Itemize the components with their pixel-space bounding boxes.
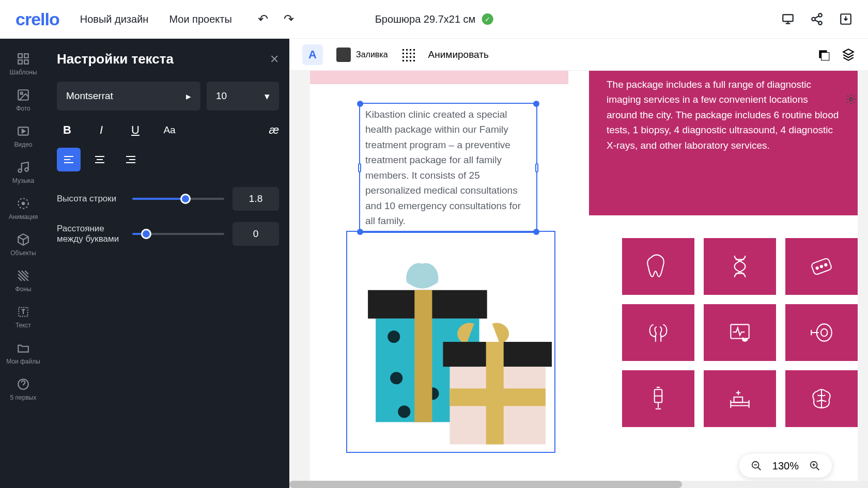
redo-button[interactable]: ↷ xyxy=(284,12,294,26)
my-projects-link[interactable]: Мои проекты xyxy=(169,13,231,25)
icon-tiles-grid xyxy=(622,238,858,427)
present-icon[interactable] xyxy=(781,12,795,26)
underline-button[interactable]: U xyxy=(125,120,146,140)
svg-point-13 xyxy=(25,168,28,171)
page-settings-icon[interactable] xyxy=(845,93,857,105)
pink-bar-shape[interactable] xyxy=(310,71,568,84)
case-button[interactable]: Aa xyxy=(159,120,180,140)
svg-point-38 xyxy=(821,329,827,337)
header-actions xyxy=(781,12,853,26)
font-size-value: 10 xyxy=(216,90,227,102)
align-center-button[interactable] xyxy=(88,148,112,171)
align-left-button[interactable] xyxy=(57,148,81,171)
text-style-button[interactable]: A xyxy=(302,44,323,65)
selection-handle-tr[interactable] xyxy=(533,101,539,107)
pills-icon xyxy=(808,253,835,280)
rail-text[interactable]: Текст xyxy=(0,299,47,335)
share-icon[interactable] xyxy=(810,12,824,26)
download-icon[interactable] xyxy=(839,12,853,26)
rail-objects[interactable]: Объекты xyxy=(0,227,47,263)
slider-thumb[interactable] xyxy=(141,229,151,239)
icon-tile-iv[interactable] xyxy=(622,370,694,427)
gift-image-box[interactable] xyxy=(346,231,555,453)
undo-button[interactable]: ↶ xyxy=(258,12,268,26)
transparency-button[interactable] xyxy=(401,48,415,61)
canvas-area[interactable]: The package includes a full range of dia… xyxy=(289,71,868,488)
ligature-button[interactable]: æ xyxy=(269,123,279,137)
design-page[interactable]: The package includes a full range of dia… xyxy=(310,71,858,488)
svg-rect-5 xyxy=(18,54,22,58)
doc-title[interactable]: Брошюра 29.7x21 см xyxy=(375,13,476,25)
letter-spacing-label: Расстояние между буквами xyxy=(57,224,124,244)
selection-handle-tl[interactable] xyxy=(357,101,363,107)
music-icon xyxy=(17,161,30,174)
svg-point-24 xyxy=(390,372,402,384)
fill-button[interactable]: Заливка xyxy=(336,48,388,62)
close-panel-button[interactable]: ✕ xyxy=(270,53,279,66)
new-design-link[interactable]: Новый дизайн xyxy=(80,13,149,25)
rail-top5[interactable]: 5 первых xyxy=(0,371,47,407)
font-family-select[interactable]: Montserrat ▸ xyxy=(57,82,200,111)
magenta-text-box[interactable]: The package includes a full range of dia… xyxy=(589,71,858,215)
icon-tile-hospital[interactable] xyxy=(704,370,776,427)
rail-backgrounds[interactable]: Фоны xyxy=(0,263,47,299)
selection-handle-l[interactable] xyxy=(358,163,361,172)
rail-music[interactable]: Музыка xyxy=(0,154,47,191)
rail-animation[interactable]: Анимация xyxy=(0,191,47,227)
font-size-select[interactable]: 10 ▾ xyxy=(207,82,279,111)
selected-text-box[interactable]: Kibastion clinic created a special healt… xyxy=(359,103,537,233)
letter-spacing-value[interactable]: 0 xyxy=(233,222,279,246)
slider-thumb[interactable] xyxy=(180,194,191,204)
rail-my-files[interactable]: Мои файлы xyxy=(0,335,47,371)
logo[interactable]: crello xyxy=(16,9,59,29)
scrollbar-thumb[interactable] xyxy=(289,481,682,488)
rail-label: Фоны xyxy=(15,286,31,293)
video-icon xyxy=(17,124,30,138)
svg-rect-8 xyxy=(24,60,28,64)
chevron-down-icon: ▾ xyxy=(265,90,270,102)
line-height-value[interactable]: 1.8 xyxy=(233,187,279,211)
dna-icon xyxy=(726,253,753,280)
mri-icon xyxy=(808,319,835,346)
icon-tile-monitor[interactable] xyxy=(704,304,776,361)
icon-tile-brain[interactable] xyxy=(785,370,858,427)
svg-point-10 xyxy=(21,92,23,95)
line-height-slider[interactable] xyxy=(132,198,224,200)
icon-tile-pills[interactable] xyxy=(785,238,858,295)
position-icon[interactable] xyxy=(817,48,830,61)
selection-handle-r[interactable] xyxy=(535,163,538,172)
icon-tile-tooth[interactable] xyxy=(622,238,694,295)
svg-rect-31 xyxy=(486,342,504,444)
horizontal-scrollbar[interactable] xyxy=(289,481,868,488)
animate-button[interactable]: Анимировать xyxy=(428,49,489,60)
icon-tile-dna[interactable] xyxy=(704,238,776,295)
letter-spacing-slider[interactable] xyxy=(132,233,224,235)
undo-redo-group: ↶ ↷ xyxy=(258,12,294,26)
icon-tile-kidneys[interactable] xyxy=(622,304,694,361)
tooth-icon xyxy=(645,253,672,280)
chevron-right-icon: ▸ xyxy=(186,90,191,102)
panel-title: Настройки текста xyxy=(57,51,174,67)
tool-rail: Шаблоны Фото Видео Музыка Анимация Объек… xyxy=(0,39,47,488)
icon-tile-mri[interactable] xyxy=(785,304,858,361)
rail-label: 5 первых xyxy=(10,394,37,401)
italic-button[interactable]: I xyxy=(91,120,112,140)
rail-photo[interactable]: Фото xyxy=(0,82,47,118)
svg-point-3 xyxy=(818,21,822,25)
align-right-button[interactable] xyxy=(119,148,143,171)
brain-icon xyxy=(808,385,835,412)
heart-monitor-icon xyxy=(726,319,753,346)
hospital-bed-icon xyxy=(726,385,753,412)
zoom-out-button[interactable] xyxy=(750,459,763,473)
rail-templates[interactable]: Шаблоны xyxy=(0,46,47,82)
fill-swatch xyxy=(336,48,351,62)
svg-point-1 xyxy=(818,13,822,17)
zoom-in-button[interactable] xyxy=(808,459,822,473)
bold-button[interactable]: B xyxy=(57,120,78,140)
svg-point-2 xyxy=(812,18,815,21)
svg-rect-0 xyxy=(783,14,793,21)
layers-icon[interactable] xyxy=(842,48,855,61)
rail-video[interactable]: Видео xyxy=(0,118,47,154)
gift-illustration xyxy=(347,232,554,452)
rail-label: Объекты xyxy=(10,249,36,257)
